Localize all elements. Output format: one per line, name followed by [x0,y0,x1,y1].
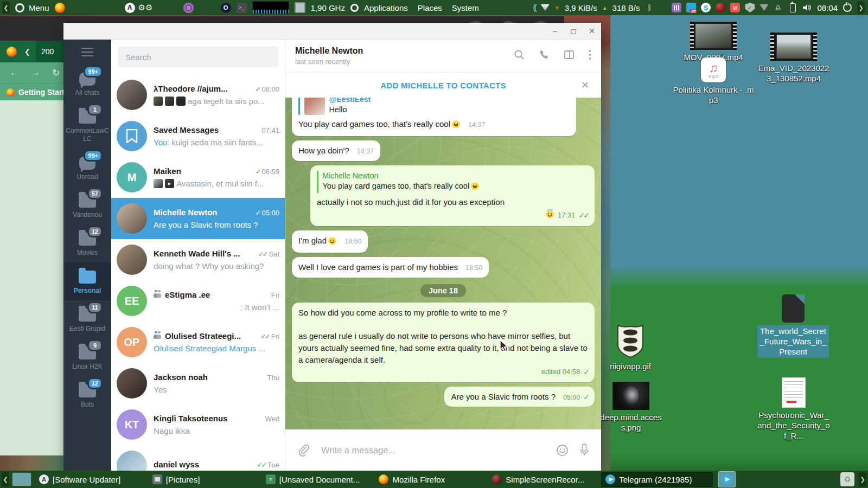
folder-item-movies[interactable]: 12Movies [63,224,111,262]
system-menu[interactable]: System [452,3,479,12]
power-icon[interactable] [843,3,852,12]
desktop-icon-deep-mind-access-png[interactable]: deep.mind.access.png [599,382,663,433]
tray-badge-85-icon[interactable]: .85 [686,3,696,12]
chat-row-michelle-newton[interactable]: Michelle Newton✓05:00Are you a Slavic fr… [111,198,285,239]
kebab-menu-icon[interactable] [589,49,591,62]
sidebar-toggle-icon[interactable] [564,49,575,62]
terminal-icon[interactable]: >_ [237,3,247,13]
emoji-icon[interactable] [556,444,569,457]
outgoing-message[interactable]: Are you a Slavic from roots ?05:00✓ [444,387,595,407]
taskbar-button-simplescreenrecor[interactable]: SimpleScreenRecor... [488,472,599,487]
voice-message-icon[interactable] [579,444,589,457]
incoming-message[interactable]: How ya doin'?14:37 [292,140,380,161]
chat-row-maiken[interactable]: MMaiken✓06:59▶Avastasin, et mul siin f..… [111,157,285,198]
desktop-icon-ema-vid-20230223-130852-mp4[interactable]: Ema_VID_20230223_130852.mp4 [757,33,830,84]
chat-row-kingli-taksoteenus[interactable]: KTKingli TaksoteenusWedNagu ikka [111,404,285,445]
tab-scroll-left-icon[interactable]: ❮ [24,48,30,56]
trash-icon[interactable]: ♻ [840,472,854,486]
reload-icon[interactable]: ↻ [52,67,60,79]
settings-gears-icon[interactable]: ⚙⚙ [141,3,151,13]
folder-item-bots[interactable]: 12Bots [63,376,111,414]
folder-item-unread[interactable]: 99+Unread [63,149,111,187]
places-menu[interactable]: Places [418,3,442,12]
volume-icon[interactable] [802,3,812,12]
desktop-icon-mov-0007-mp4[interactable]: MOV_0007.mp4 [674,22,753,63]
folder-item-vandenou[interactable]: 57Vandenou [63,187,111,224]
reply-quote[interactable]: Michelle NewtonYou play card games too, … [317,171,588,193]
main-menu-button[interactable] [63,40,111,65]
notifications-bell-icon[interactable]: 🕭 [773,3,783,12]
message-input[interactable] [320,445,545,456]
shield-tray-icon[interactable]: ✓ [745,3,755,12]
folder-item-personal[interactable]: Personal [63,262,111,300]
desktop-icon-poliitika-kolmnurk-mp3[interactable]: ♫mp3Poliitika Kolmnurk - .mp3 [673,57,754,106]
system-monitor-graph[interactable] [252,1,289,14]
back-icon[interactable]: ← [10,67,19,78]
chat-row-jackson-noah[interactable]: Jackson noahThuYes [111,363,285,404]
chat-row-olulised-strateegi[interactable]: OPOlulised Strateegi...✓✓FriOlulised Str… [111,322,285,363]
magnifier-launcher-icon[interactable]: A [125,3,135,13]
battery-icon[interactable] [788,3,797,12]
desktop-icon-riigivapp-gif[interactable]: riigivapp.gif [600,323,661,372]
chat-row-saved-messages[interactable]: Saved Messages07:41You: kuigi seda ma si… [111,115,285,157]
chat-row-daniel-wyss[interactable]: daniel wyss✓✓Tue [111,445,285,471]
clock[interactable]: 08:04 [817,3,838,12]
add-to-contacts-label[interactable]: ADD MICHELLE TO CONTACTS [380,81,506,90]
reply-quote[interactable]: @EestiEestHello [298,98,570,115]
folder-item-commonlawclc[interactable]: 1CommonLawCLC [63,102,111,149]
chat-row-kenneth-wade-hill-s[interactable]: Kenneth Wade Hill's ...✓✓Satdoing what ?… [111,239,285,280]
skype-tray-icon[interactable]: S [701,3,711,12]
search-icon[interactable] [514,49,525,62]
outgoing-message[interactable]: Michelle NewtonYou play card games too, … [310,165,595,226]
compose-bar [285,429,601,471]
incoming-message[interactable]: I'm glad18:50 [292,230,368,253]
avatar: M [117,162,147,192]
menu-button[interactable]: Menu [15,3,49,12]
taskbar-button-pictures[interactable]: [Pictures] [148,472,260,487]
call-icon[interactable] [539,49,550,62]
desktop-icon-psychotronic-war-and-the-security-of-r[interactable]: Psychotronic_War_and_the_Security_of_R..… [757,377,830,441]
opera-icon[interactable]: O [221,3,231,13]
cpu-frequency[interactable]: 1,90 GHz [311,3,345,12]
incoming-message[interactable]: @EestiEestHelloYou play card games too, … [292,98,576,136]
taskbar-button-software-updater[interactable]: A[Software Updater] [35,472,146,487]
close-button[interactable]: ✕ [583,23,601,39]
chat-header[interactable]: Michelle Newton last seen recently [285,40,601,72]
banner-close-icon[interactable]: ✕ [581,79,589,91]
add-to-contacts-banner[interactable]: ADD MICHELLE TO CONTACTS ✕ [285,72,601,98]
bluetooth-icon[interactable]: ᛒ [644,3,654,12]
chat-row-estigma-ee[interactable]: EEeStigma .eeFri: It won't ... [111,280,285,322]
media-thumbnail [176,97,186,106]
show-desktop-button[interactable] [12,472,31,486]
recorder-tray-icon[interactable] [716,3,725,12]
forward-icon[interactable]: → [31,67,40,78]
folder-item-all-chats[interactable]: 99+All chats [63,65,111,102]
attach-icon[interactable] [297,444,309,457]
incoming-message[interactable]: Well I love card games is part of my hob… [292,257,489,278]
outgoing-message[interactable]: So how did you come across to my profile… [292,303,595,382]
wifi-icon[interactable] [541,4,550,11]
search-input[interactable] [118,47,278,67]
telegram-titlebar[interactable]: – ◻ ✕ [63,23,601,40]
panel-collapse-left-icon[interactable]: ❮ [2,2,10,14]
taskbar-scroll-right-icon[interactable]: ❯ [859,472,866,486]
message-history[interactable]: @EestiEestHelloYou play card games too, … [285,98,601,429]
taskbar-scroll-left-icon[interactable]: ❮ [2,472,9,486]
do-not-disturb-tray-icon[interactable]: ⊘ [730,3,740,12]
taskbar-button-unsaved-document[interactable]: ≡[Unsaved Document... [261,472,373,487]
folder-item-linux-h2k[interactable]: 9Linux H2K [63,338,111,376]
audio-app-tray-icon[interactable] [672,3,681,12]
telegram-tray-icon[interactable] [718,471,736,487]
panel-collapse-right-icon[interactable]: ❯ [857,2,865,14]
taskbar-button-mozilla-firefox[interactable]: Mozilla Firefox [374,472,486,487]
folder-item-eesti-grupid[interactable]: 11Eesti Grupid [63,300,111,338]
applications-menu[interactable]: Applications [364,3,408,12]
network-tray-icon[interactable] [760,4,768,11]
chat-row-theodore-ajum[interactable]: λTheodore //ajum...✓08:00aga tegelt ta s… [111,74,285,115]
firefox-launcher-icon[interactable] [55,3,65,13]
minimize-button[interactable]: – [546,23,564,39]
desktop-icon-the-world-secret-future-wars-in-present[interactable]: The_world_Secret_Future_Wars_in_Present [757,294,829,358]
tor-browser-icon[interactable] [183,3,194,13]
maximize-button[interactable]: ◻ [564,23,583,39]
taskbar-button-telegram-2421985[interactable]: Telegram (2421985) [601,472,713,487]
